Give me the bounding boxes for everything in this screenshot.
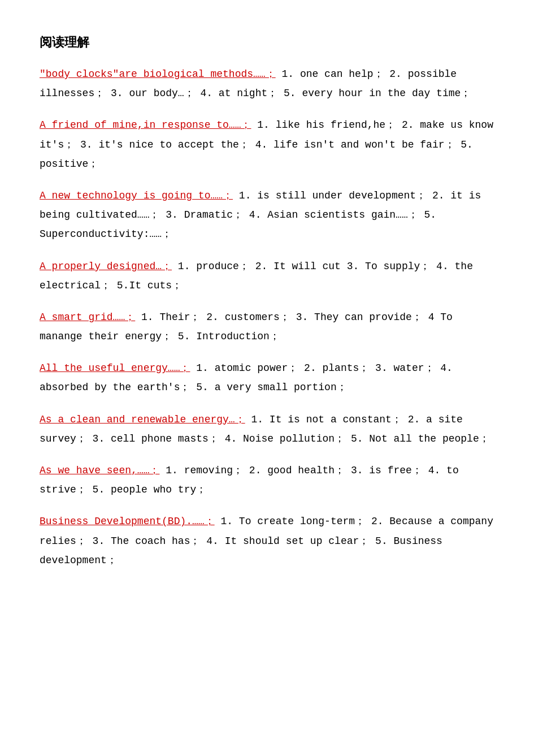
entry-link-3[interactable]: A new technology is going to……； <box>40 190 233 201</box>
reading-entry-5: A smart grid……； 1. Their； 2. customers； … <box>40 308 494 346</box>
reading-entry-8: As we have seen,……； 1. removing； 2. good… <box>40 461 494 499</box>
entry-link-6[interactable]: All the useful energy……； <box>40 362 190 374</box>
reading-entry-6: All the useful energy……； 1. atomic power… <box>40 358 494 397</box>
reading-entry-3: A new technology is going to……； 1. is st… <box>40 186 494 244</box>
entry-link-1[interactable]: "body clocks"are biological methods……； <box>40 68 276 80</box>
entry-link-2[interactable]: A friend of mine,in response to……； <box>40 119 251 131</box>
reading-entry-4: A properly designed…； 1. produce； 2. It … <box>40 257 494 295</box>
reading-entry-2: A friend of mine,in response to……； 1. li… <box>40 115 494 174</box>
entries-list: "body clocks"are biological methods……； 1… <box>40 64 494 570</box>
entry-link-7[interactable]: As a clean and renewable energy…； <box>40 414 245 425</box>
page-container: 阅读理解 "body clocks"are biological methods… <box>40 34 494 570</box>
entry-link-5[interactable]: A smart grid……； <box>40 312 135 323</box>
reading-entry-7: As a clean and renewable energy…； 1. It … <box>40 410 494 448</box>
entry-link-9[interactable]: Business Development(BD).……； <box>40 516 215 527</box>
entry-link-8[interactable]: As we have seen,……； <box>40 465 159 476</box>
reading-entry-9: Business Development(BD).……； 1. To creat… <box>40 512 494 570</box>
entry-link-4[interactable]: A properly designed…； <box>40 261 172 272</box>
page-title: 阅读理解 <box>40 34 494 51</box>
reading-entry-1: "body clocks"are biological methods……； 1… <box>40 64 494 103</box>
